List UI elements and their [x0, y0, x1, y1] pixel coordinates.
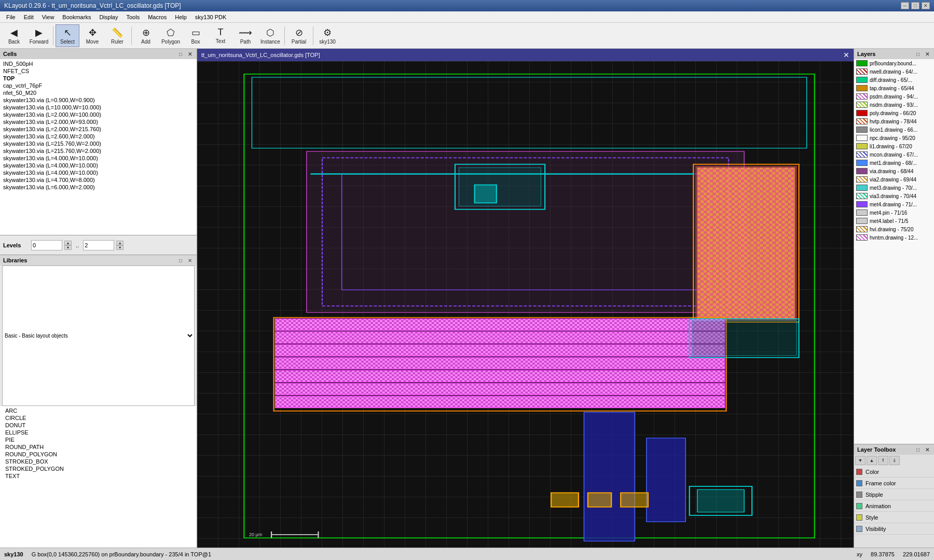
layers-close-icon[interactable]: ✕ [924, 50, 931, 58]
ltb-top-btn[interactable]: ⇑ [878, 456, 888, 465]
libraries-expand-icon[interactable]: □ [177, 257, 184, 264]
layer-item[interactable]: hvntm.drawing - 12... [854, 233, 934, 242]
instance-button[interactable]: ⬡ Instance [258, 24, 282, 47]
layer-item[interactable]: via3.drawing - 70/44 [854, 192, 934, 200]
lib-item[interactable]: DONUT [1, 422, 196, 429]
cells-close-icon[interactable]: ✕ [186, 50, 194, 58]
levels-to-up[interactable]: ▲ [116, 241, 123, 245]
cell-item[interactable]: IND_500pH [1, 60, 196, 67]
box-button[interactable]: ▭ Box [184, 24, 208, 47]
layer-item[interactable]: met3.drawing - 70/... [854, 184, 934, 192]
minimize-button[interactable]: ─ [901, 2, 909, 9]
forward-button[interactable]: ▶ Forward [27, 24, 51, 47]
cell-item[interactable]: skywater130.via (L=4.000,W=10.000) [1, 169, 196, 176]
layer-item[interactable]: diff.drawing - 65/... [854, 76, 934, 84]
lib-item[interactable]: STROKED_POLYGON [1, 465, 196, 472]
cells-list[interactable]: IND_500pHNFET_CSTOPcap_vctrl_76pFnfet_50… [0, 59, 197, 235]
layer-item[interactable]: tap.drawing - 65/44 [854, 84, 934, 92]
menu-bookmarks[interactable]: Bookmarks [58, 13, 95, 21]
toolbox-property[interactable]: Animation [854, 500, 934, 512]
layer-item[interactable]: met4.label - 71/5 [854, 217, 934, 225]
layer-item[interactable]: met1.drawing - 68/... [854, 159, 934, 167]
levels-to-input[interactable] [83, 240, 114, 250]
levels-from-down[interactable]: ▼ [64, 245, 72, 250]
cell-item[interactable]: skywater130.via (L=6.000,W=2.000) [1, 184, 196, 191]
move-button[interactable]: ✥ Move [80, 24, 104, 47]
layer-item[interactable]: psdm.drawing - 94/... [854, 92, 934, 101]
cell-item[interactable]: cap_vctrl_76pF [1, 82, 196, 89]
close-button[interactable]: ✕ [922, 2, 930, 9]
levels-from-up[interactable]: ▲ [64, 241, 72, 245]
text-button[interactable]: T Text [209, 24, 232, 47]
cell-item[interactable]: skywater130.via (L=2.600,W=2.000) [1, 133, 196, 140]
cell-item[interactable]: nfet_50_M20 [1, 89, 196, 96]
layer-item[interactable]: mcon.drawing - 67/... [854, 150, 934, 159]
levels-from-input[interactable] [31, 240, 62, 250]
polygon-button[interactable]: ⬠ Polygon [159, 24, 183, 47]
toolbox-property[interactable]: Frame color [854, 478, 934, 489]
layer-item[interactable]: poly.drawing - 66/20 [854, 109, 934, 117]
partial-button[interactable]: ⊘ Partial [287, 24, 311, 47]
ltb-up-btn[interactable]: ▲ [867, 456, 877, 465]
maximize-button[interactable]: □ [911, 2, 919, 9]
toolbox-property[interactable]: Color [854, 466, 934, 478]
layer-item[interactable]: met4.pin - 71/16 [854, 208, 934, 217]
add-button[interactable]: ⊕ Add [134, 24, 158, 47]
cell-item[interactable]: skywater130.via (L=4.700,W=8.000) [1, 176, 196, 184]
lib-item[interactable]: ARC [1, 407, 196, 414]
layer-item[interactable]: via.drawing - 68/44 [854, 167, 934, 175]
layers-expand-icon[interactable]: □ [914, 50, 922, 58]
layer-item[interactable]: li1.drawing - 67/20 [854, 142, 934, 150]
layer-item[interactable]: licon1.drawing - 66... [854, 125, 934, 134]
layers-list[interactable]: prBoundary.bound...nwell.drawing - 64/..… [854, 59, 934, 444]
menu-tools[interactable]: Tools [122, 13, 144, 21]
back-button[interactable]: ◀ Back [2, 24, 26, 47]
canvas-viewport[interactable]: 20 μm [197, 61, 854, 548]
cell-item[interactable]: skywater130.via (L=0.900,W=0.900) [1, 96, 196, 104]
cell-item[interactable]: skywater130.via (L=4.000,W=10.000) [1, 155, 196, 162]
menu-help[interactable]: Help [171, 13, 191, 21]
ltb-bottom-btn[interactable]: ⇓ [889, 456, 900, 465]
lib-item[interactable]: PIE [1, 436, 196, 443]
ruler-button[interactable]: 📏 Ruler [105, 24, 129, 47]
cell-item[interactable]: NFET_CS [1, 67, 196, 75]
cell-item[interactable]: skywater130.via (L=2.000,W=100.000) [1, 111, 196, 118]
cell-item[interactable]: skywater130.via (L=4.000,W=10.000) [1, 162, 196, 169]
canvas-close-button[interactable]: ✕ [843, 51, 849, 59]
lib-item[interactable]: ROUND_PATH [1, 443, 196, 451]
layer-item[interactable]: met4.drawing - 71/... [854, 200, 934, 208]
lib-item[interactable]: STROKED_BOX [1, 458, 196, 465]
toolbox-property[interactable]: Visibility [854, 523, 934, 535]
layer-item[interactable]: npc.drawing - 95/20 [854, 134, 934, 142]
lib-item[interactable]: TEXT [1, 472, 196, 480]
menu-sky130pdk[interactable]: sky130 PDK [191, 13, 231, 21]
ltb-expand-icon[interactable]: □ [914, 446, 922, 453]
cell-item[interactable]: skywater130.via (L=2.000,W=215.760) [1, 125, 196, 133]
toolbox-property[interactable]: Stipple [854, 489, 934, 500]
ltb-down-btn[interactable]: ▼ [855, 456, 866, 465]
cells-expand-icon[interactable]: □ [177, 50, 184, 58]
layer-item[interactable]: via2.drawing - 69/44 [854, 175, 934, 184]
lib-item[interactable]: ROUND_POLYGON [1, 451, 196, 458]
layer-item[interactable]: hvtp.drawing - 78/44 [854, 117, 934, 125]
libraries-dropdown[interactable]: Basic - Basic layout objects [2, 265, 195, 406]
path-button[interactable]: ⟿ Path [233, 24, 257, 47]
layer-item[interactable]: nwell.drawing - 64/... [854, 67, 934, 76]
cell-item[interactable]: TOP [1, 75, 196, 82]
menu-macros[interactable]: Macros [144, 13, 171, 21]
libraries-close-icon[interactable]: ✕ [186, 257, 194, 264]
toolbox-property[interactable]: Style [854, 512, 934, 523]
cell-item[interactable]: skywater130.via (L=215.760,W=2.000) [1, 147, 196, 155]
layer-item[interactable]: nsdm.drawing - 93/... [854, 101, 934, 109]
sky130-button[interactable]: ⚙ sky130 [315, 24, 339, 47]
menu-view[interactable]: View [38, 13, 59, 21]
menu-file[interactable]: File [2, 13, 20, 21]
libraries-list[interactable]: ARCCIRCLEDONUTELLIPSEPIEROUND_PATHROUND_… [0, 406, 197, 548]
cell-item[interactable]: skywater130.via (L=10.000,W=10.000) [1, 104, 196, 111]
cell-item[interactable]: skywater130.via (L=215.760,W=2.000) [1, 140, 196, 147]
lib-item[interactable]: ELLIPSE [1, 429, 196, 436]
select-button[interactable]: ↖ Select [56, 24, 79, 47]
ltb-close-icon[interactable]: ✕ [924, 446, 931, 453]
layer-item[interactable]: prBoundary.bound... [854, 59, 934, 67]
levels-to-down[interactable]: ▼ [116, 245, 123, 250]
